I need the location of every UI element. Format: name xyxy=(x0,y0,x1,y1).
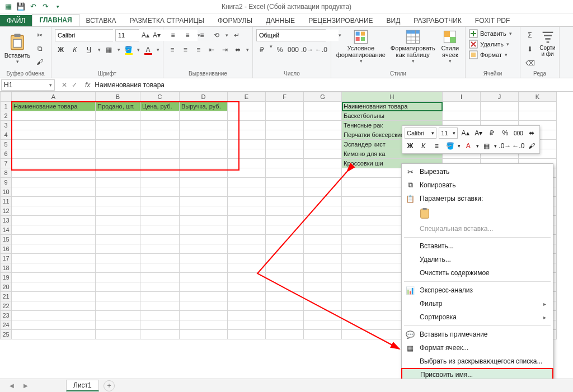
paste-button[interactable]: Вставить ▾ xyxy=(3,33,31,64)
col-header[interactable]: A xyxy=(12,92,96,102)
font-color-icon[interactable]: A xyxy=(142,44,154,56)
currency-icon[interactable]: ₽ xyxy=(256,44,267,56)
mini-comma-icon[interactable]: 000 xyxy=(513,127,524,139)
cell[interactable]: Баскетбольны xyxy=(342,111,443,121)
ctx-paste-btn[interactable] xyxy=(402,205,553,222)
tab-foxit[interactable]: Foxit PDF xyxy=(468,15,516,26)
copy-icon[interactable]: ⧉ xyxy=(34,42,46,55)
indent-inc-icon[interactable]: ⇥ xyxy=(219,44,231,56)
conditional-formatting-button[interactable]: Условное форматирование▾ xyxy=(335,29,387,64)
col-header[interactable]: H xyxy=(342,92,443,102)
align-mid-icon[interactable]: ≡ xyxy=(181,29,194,41)
mini-shrink-font-icon[interactable]: A▾ xyxy=(473,127,484,139)
fill-icon[interactable]: ⬇ xyxy=(524,43,536,55)
format-cells-button[interactable]: Формат▾ xyxy=(469,50,516,59)
align-top-icon[interactable]: ≡ xyxy=(167,29,179,41)
row-header[interactable]: 4 xyxy=(1,130,12,140)
cell[interactable] xyxy=(228,102,266,111)
ctx-pick-from-list[interactable]: Выбрать из раскрывающегося списка... xyxy=(402,355,553,368)
cell[interactable] xyxy=(304,102,342,111)
ctx-insert[interactable]: Вставить... xyxy=(402,239,553,253)
cell[interactable] xyxy=(443,102,481,111)
italic-button[interactable]: К xyxy=(69,44,81,56)
sheet-tab[interactable]: Лист1 xyxy=(66,380,99,391)
tab-review[interactable]: РЕЦЕНЗИРОВАНИЕ xyxy=(302,15,379,26)
sheet-nav-prev-icon[interactable]: ◀ xyxy=(10,382,14,389)
save-icon[interactable]: 💾 xyxy=(16,2,26,12)
number-format-select[interactable] xyxy=(257,30,339,41)
tab-formulas[interactable]: ФОРМУЛЫ xyxy=(211,15,259,26)
align-bot-icon[interactable]: ≡ xyxy=(196,29,208,41)
row-header[interactable]: 5 xyxy=(1,140,12,149)
cell[interactable] xyxy=(519,102,557,111)
autosum-icon[interactable]: Σ xyxy=(524,29,536,41)
align-right-icon[interactable]: ≡ xyxy=(193,44,204,56)
delete-cells-button[interactable]: Удалить▾ xyxy=(469,40,516,49)
tab-layout[interactable]: РАЗМЕТКА СТРАНИЦЫ xyxy=(123,15,211,26)
grow-font-icon[interactable]: A▴ xyxy=(141,29,150,41)
qat-more-icon[interactable]: ▾ xyxy=(53,2,63,12)
inc-decimal-icon[interactable]: .0→ xyxy=(301,44,313,56)
cell[interactable] xyxy=(266,102,304,111)
row-header[interactable]: 2 xyxy=(1,111,12,121)
cut-icon[interactable]: ✂ xyxy=(34,29,46,41)
cell[interactable]: Цена, руб. xyxy=(140,102,180,111)
wrap-text-icon[interactable]: ↵ xyxy=(231,29,243,41)
orientation-icon[interactable]: ⟲ xyxy=(210,29,223,41)
mini-currency-icon[interactable]: ₽ xyxy=(486,127,497,139)
row-header[interactable]: 1 xyxy=(1,102,12,111)
percent-icon[interactable]: % xyxy=(274,44,285,56)
col-header[interactable]: J xyxy=(481,92,519,102)
tab-view[interactable]: ВИД xyxy=(380,15,407,26)
formula-input[interactable]: Наименования товара xyxy=(91,81,573,89)
sheet-nav-next-icon[interactable]: ▶ xyxy=(24,382,28,389)
ctx-delete[interactable]: Удалить... xyxy=(402,253,553,266)
fill-color-icon[interactable]: 🪣 xyxy=(123,44,134,56)
tab-data[interactable]: ДАННЫЕ xyxy=(259,15,302,26)
align-left-icon[interactable]: ≡ xyxy=(167,44,178,56)
ctx-paste-options[interactable]: 📋Параметры вставки: xyxy=(402,192,553,205)
tab-file[interactable]: ФАЙЛ xyxy=(0,15,32,26)
format-painter-icon[interactable]: 🖌 xyxy=(34,56,46,68)
format-as-table-button[interactable]: Форматировать как таблицу▾ xyxy=(389,29,436,64)
mini-fill-icon[interactable]: 🪣 xyxy=(444,140,455,152)
row-header[interactable]: 3 xyxy=(1,121,12,130)
border-icon[interactable]: ▦ xyxy=(103,44,115,56)
mini-italic-icon[interactable]: К xyxy=(418,140,429,152)
mini-bold-icon[interactable]: Ж xyxy=(405,140,416,152)
mini-font-size[interactable]: 11▾ xyxy=(439,127,458,139)
cell[interactable]: Наименование товара xyxy=(12,102,96,111)
dec-decimal-icon[interactable]: ←.0 xyxy=(315,44,327,56)
cancel-formula-icon[interactable]: ✕ xyxy=(62,81,67,89)
cell[interactable] xyxy=(481,102,519,111)
col-header[interactable]: K xyxy=(519,92,557,102)
confirm-formula-icon[interactable]: ✓ xyxy=(72,81,77,89)
mini-dec-dec-icon[interactable]: ←.0 xyxy=(513,140,524,152)
cell[interactable]: Продано, шт. xyxy=(96,102,140,111)
mini-border-icon[interactable]: ▦ xyxy=(481,140,492,152)
ctx-sort[interactable]: Сортировка▸ xyxy=(402,310,553,324)
row-header[interactable]: 7 xyxy=(1,159,12,168)
ctx-format-cells[interactable]: ▦Формат ячеек... xyxy=(402,341,553,355)
redo-icon[interactable]: ↷ xyxy=(40,2,50,12)
mini-grow-font-icon[interactable]: A▴ xyxy=(460,127,471,139)
col-header[interactable]: G xyxy=(304,92,342,102)
cell[interactable]: Наименования товара xyxy=(342,102,443,111)
add-sheet-button[interactable]: ＋ xyxy=(104,380,115,391)
row-header[interactable]: 6 xyxy=(1,149,12,159)
col-header[interactable]: I xyxy=(443,92,481,102)
undo-icon[interactable]: ↶ xyxy=(28,2,38,12)
comma-icon[interactable]: 000 xyxy=(287,44,299,56)
ctx-clear[interactable]: Очистить содержимое xyxy=(402,266,553,280)
ctx-insert-comment[interactable]: 💬Вставить примечание xyxy=(402,328,553,341)
mini-percent-icon[interactable]: % xyxy=(500,127,511,139)
ctx-cut[interactable]: ✂Вырезать xyxy=(402,165,553,178)
ctx-filter[interactable]: Фильтр▸ xyxy=(402,297,553,310)
shrink-font-icon[interactable]: A▾ xyxy=(152,29,161,41)
col-header[interactable]: F xyxy=(266,92,304,102)
cell-styles-button[interactable]: Стили ячеек▾ xyxy=(439,29,462,64)
align-center-icon[interactable]: ≡ xyxy=(180,44,191,56)
mini-merge-icon[interactable]: ⬌ xyxy=(526,127,537,139)
ctx-quick-analysis[interactable]: 📊Экспресс-анализ xyxy=(402,284,553,297)
merge-icon[interactable]: ⬌ xyxy=(233,44,244,56)
